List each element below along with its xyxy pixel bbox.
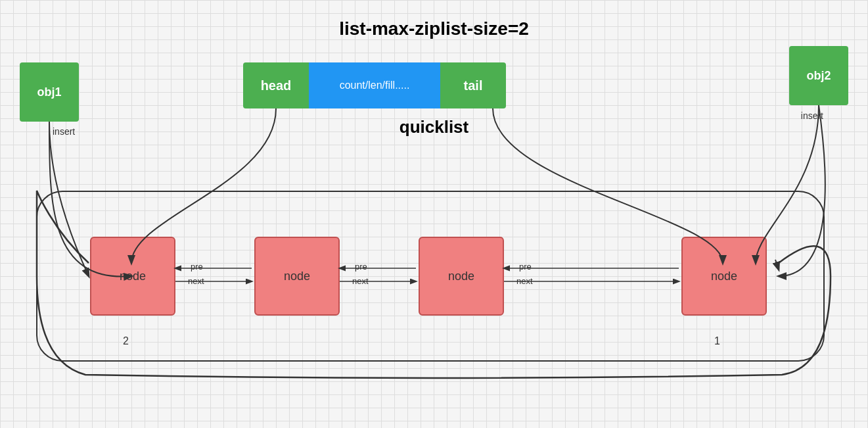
quicklist-bar: head count/len/fill..... tail — [243, 62, 506, 108]
bar-tail: tail — [440, 62, 506, 108]
diagram-title: list-max-ziplist-size=2 — [339, 18, 529, 39]
insert-obj2-label: insert — [801, 110, 823, 121]
diagram-container: list-max-ziplist-size=2 head count/len/f… — [0, 0, 868, 428]
pre-label-1-2: pre — [191, 262, 203, 272]
obj2-box: obj2 — [789, 46, 848, 105]
node-box-4: node — [681, 237, 767, 316]
node-box-2: node — [254, 237, 340, 316]
node1-label: node — [120, 270, 146, 283]
bar-head: head — [243, 62, 309, 108]
node1-number: 2 — [123, 335, 129, 347]
next-label-1-2: next — [188, 276, 204, 286]
bar-middle: count/len/fill..... — [309, 62, 440, 108]
next-label-2-3: next — [352, 276, 369, 286]
node4-number: 1 — [714, 335, 720, 347]
next-label-3-4: next — [516, 276, 533, 286]
quicklist-label: quicklist — [400, 117, 468, 137]
pre-label-3-4: pre — [519, 262, 532, 272]
node-box-1: node — [90, 237, 175, 316]
node4-label: node — [711, 270, 737, 283]
nodes-container: node 2 node node node 1 — [36, 191, 825, 362]
insert-obj1-label: insert — [53, 126, 75, 137]
obj1-box: obj1 — [20, 62, 79, 122]
obj1-label: obj1 — [37, 85, 61, 99]
node2-label: node — [284, 270, 310, 283]
node-box-3: node — [419, 237, 504, 316]
node3-label: node — [448, 270, 474, 283]
pre-label-2-3: pre — [355, 262, 367, 272]
obj2-label: obj2 — [806, 69, 831, 83]
